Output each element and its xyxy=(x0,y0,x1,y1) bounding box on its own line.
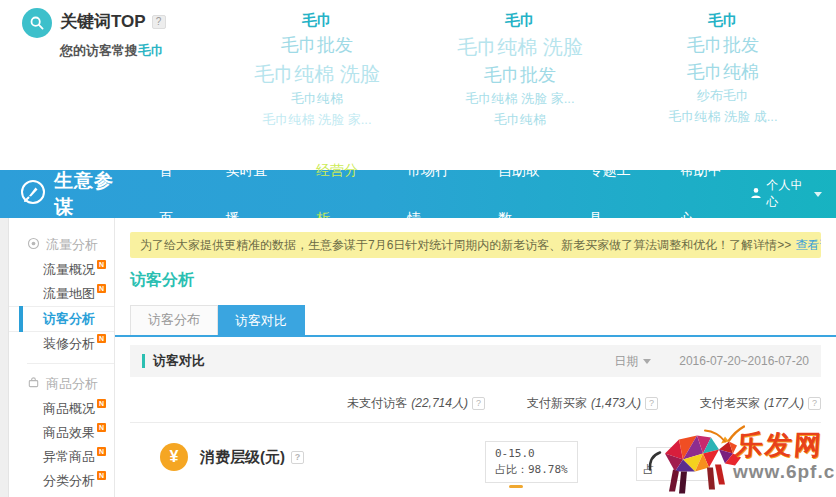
notice-text: 为了给大家提供更精准的数据，生意参谋于7月6日针对统计周期内的新老访客、新老买家… xyxy=(140,232,791,258)
traffic-icon xyxy=(27,237,40,253)
new-badge: N xyxy=(97,334,106,343)
sidebar-item-label: 商品效果 xyxy=(43,425,95,440)
page-title: 访客分析 xyxy=(130,270,836,291)
sidebar-item-label: 分类分析 xyxy=(43,473,95,488)
chevron-down-icon xyxy=(643,359,651,364)
search-icon xyxy=(22,8,52,38)
sidebar-item-label: 商品概况 xyxy=(43,401,95,416)
new-badge: N xyxy=(97,399,106,408)
keyword-cloud-word: 毛巾纯棉 xyxy=(687,61,759,84)
compare-section-title: 访客对比 xyxy=(142,352,205,370)
help-icon[interactable]: ? xyxy=(291,451,304,464)
compare-section-bar: 访客对比 日期 2016-07-20~2016-07-20 xyxy=(130,345,821,377)
keyword-cloud-word: 毛巾批发 xyxy=(281,34,353,57)
column-count: (1,473人) xyxy=(591,395,641,412)
brand[interactable]: 生意参谋 xyxy=(20,168,126,220)
sidebar-item-product-overview[interactable]: 商品概况N xyxy=(9,397,114,421)
keyword-cloud-word: 毛巾批发 xyxy=(484,64,556,87)
user-icon xyxy=(750,187,762,202)
tab-visitor-compare[interactable]: 访客对比 xyxy=(218,305,305,335)
column-count: (177人) xyxy=(764,395,804,412)
new-badge: N xyxy=(97,284,106,293)
keyword-top-panel: 关键词TOP ? 您的访客常搜毛巾 毛巾 毛巾批发 毛巾纯棉 洗脸 毛巾纯棉 毛… xyxy=(0,0,836,170)
tooltip-range: 0-15.0 xyxy=(495,446,568,462)
new-badge: N xyxy=(97,471,106,480)
help-icon[interactable]: ? xyxy=(808,397,821,410)
compare-column-headers: 未支付访客(22,714人) ? 支付新买家(1,473人) ? 支付老买家(1… xyxy=(130,395,821,412)
date-label: 日期 xyxy=(614,353,638,370)
sidebar-item-visitor-analysis[interactable]: 访客分析 xyxy=(9,306,114,332)
help-icon[interactable]: ? xyxy=(152,15,166,29)
column-name: 支付老买家 xyxy=(700,395,760,412)
date-selector[interactable]: 日期 xyxy=(614,353,651,370)
keyword-cloud-word: 毛巾 xyxy=(302,10,332,30)
tab-bar: 访客分布 访客对比 xyxy=(130,305,836,335)
left-gutter xyxy=(0,218,9,497)
brand-name: 生意参谋 xyxy=(54,168,126,220)
column-count: (22,714人) xyxy=(411,395,468,412)
page: 关键词TOP ? 您的访客常搜毛巾 毛巾 毛巾批发 毛巾纯棉 洗脸 毛巾纯棉 毛… xyxy=(0,0,836,497)
column-name: 未支付访客 xyxy=(347,395,407,412)
notice-detail-link[interactable]: 查看详情 xyxy=(795,232,821,258)
keyword-subtitle: 您的访客常搜毛巾 xyxy=(60,42,164,60)
sidebar-section-title: 商品分析 xyxy=(46,375,98,393)
sidebar-section-product: 商品分析 xyxy=(9,371,114,397)
keyword-cloud-word: 毛巾 xyxy=(708,10,738,30)
new-badge: N xyxy=(97,260,106,269)
sidebar-item-label: 装修分析 xyxy=(43,336,95,351)
help-icon[interactable]: ? xyxy=(472,397,485,410)
keyword-subtitle-hot-word: 毛巾 xyxy=(138,43,164,58)
column-paid-old-buyers: 支付老买家(177人) ? xyxy=(700,395,821,412)
chart-tooltip: 0-15.0 占比：98.78% xyxy=(485,441,578,483)
tab-underline xyxy=(115,335,836,337)
keyword-panel-title: 关键词TOP xyxy=(60,10,146,33)
sidebar-item-decoration-analysis[interactable]: 装修分析N xyxy=(9,332,114,356)
sidebar-item-traffic-map[interactable]: 流量地图N xyxy=(9,282,114,306)
sidebar-item-product-effect[interactable]: 商品效果N xyxy=(9,421,114,445)
keyword-subtitle-prefix: 您的访客常搜 xyxy=(60,43,138,58)
sidebar-divider xyxy=(27,363,114,364)
sidebar-item-abnormal-product[interactable]: 异常商品N xyxy=(9,445,114,469)
sidebar-section-title: 流量分析 xyxy=(46,236,98,254)
keyword-cloud-word: 毛巾 xyxy=(505,10,535,30)
keyword-cloud-word: 毛巾纯棉 洗脸 xyxy=(254,61,380,87)
watermark-bull-logo xyxy=(645,423,745,497)
new-badge: N xyxy=(97,447,106,456)
chevron-down-icon xyxy=(814,192,822,197)
sidebar-item-label: 访客分析 xyxy=(43,311,95,326)
sidebar-item-label: 异常商品 xyxy=(43,449,95,464)
keyword-cloud-word: 毛巾纯棉 xyxy=(291,91,343,108)
keyword-cloud-word: 毛巾纯棉 洗脸 xyxy=(457,34,583,60)
user-menu-label: 个人中心 xyxy=(767,177,810,211)
tooltip-share: 占比：98.78% xyxy=(495,462,568,478)
new-badge: N xyxy=(97,423,106,432)
bar-marker xyxy=(509,485,523,488)
metric-label: 消费层级(元) xyxy=(200,448,285,467)
keyword-cloud-3: 毛巾 毛巾批发 毛巾纯棉 纱布毛巾 毛巾纯棉 洗脸 成... xyxy=(623,8,823,128)
top-navbar: 生意参谋 首页 实时直播 经营分析 市场行情 自助取数 专题工具 帮助中心 个人… xyxy=(0,170,836,218)
sidebar: 流量分析 流量概况N 流量地图N 访客分析 装修分析N 商品分析 商品概况N 商… xyxy=(9,218,115,497)
column-name: 支付新买家 xyxy=(527,395,587,412)
column-unpaid-visitors: 未支付访客(22,714人) ? xyxy=(347,395,485,412)
keyword-cloud-word: 毛巾纯棉 洗脸 家... xyxy=(262,112,371,129)
bag-icon xyxy=(27,376,40,392)
keyword-cloud-word: 毛巾批发 xyxy=(687,34,759,57)
tab-visitor-distribution[interactable]: 访客分布 xyxy=(130,305,218,335)
watermark-site-name: 乐发网 xyxy=(735,427,825,463)
column-paid-new-buyers: 支付新买家(1,473人) ? xyxy=(527,395,658,412)
user-menu[interactable]: 个人中心 xyxy=(750,177,823,211)
sidebar-section-traffic: 流量分析 xyxy=(9,232,114,258)
date-range-value[interactable]: 2016-07-20~2016-07-20 xyxy=(679,354,809,368)
watermark-site-url: www.6pf.cn xyxy=(733,461,836,483)
notice-bar: 为了给大家提供更精准的数据，生意参谋于7月6日针对统计周期内的新老访客、新老买家… xyxy=(130,232,821,258)
sidebar-item-label: 流量概况 xyxy=(43,262,95,277)
sidebar-item-category-analysis[interactable]: 分类分析N xyxy=(9,469,114,493)
keyword-cloud-word: 毛巾纯棉 洗脸 家... xyxy=(465,91,574,108)
help-icon[interactable]: ? xyxy=(645,397,658,410)
keyword-cloud-word: 毛巾纯棉 xyxy=(494,112,546,129)
keyword-cloud-1: 毛巾 毛巾批发 毛巾纯棉 洗脸 毛巾纯棉 毛巾纯棉 洗脸 家... xyxy=(217,8,417,131)
brand-logo-icon xyxy=(20,179,46,209)
keyword-cloud-word: 纱布毛巾 xyxy=(697,88,749,105)
sidebar-item-traffic-overview[interactable]: 流量概况N xyxy=(9,258,114,282)
keyword-cloud-word: 毛巾纯棉 洗脸 成... xyxy=(668,109,777,126)
